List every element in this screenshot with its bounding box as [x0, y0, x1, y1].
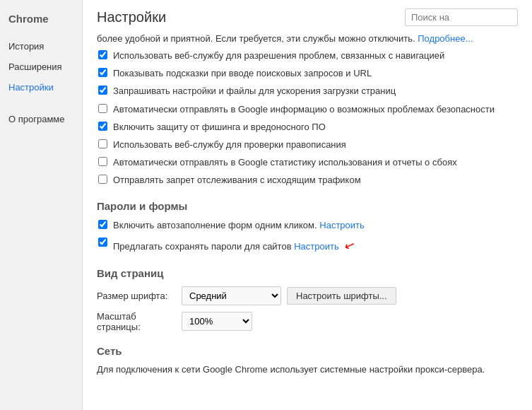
checkbox-search-hints-input[interactable] — [98, 68, 107, 77]
passwords-section: Пароли и формы Включить автозаполнение ф… — [97, 200, 518, 254]
checkbox-spellcheck-input[interactable] — [98, 139, 107, 148]
main-content: Настройки более удобной и приятной. Если… — [83, 0, 532, 410]
save-passwords-configure-link[interactable]: Настроить — [294, 241, 339, 252]
network-description: Для подключения к сети Google Chrome исп… — [97, 364, 518, 375]
checkbox-autofill-label: Включить автозаполнение форм одним клико… — [113, 219, 365, 232]
checkbox-spellcheck-label: Использовать веб-службу для проверки пра… — [113, 139, 346, 151]
checkbox-save-passwords-input[interactable] — [98, 238, 107, 247]
app-title: Chrome — [0, 7, 82, 36]
search-input[interactable] — [405, 8, 518, 26]
checkbox-autofill: Включить автозаполнение форм одним клико… — [97, 219, 518, 232]
font-size-row: Размер шрифта: Средний Очень маленький М… — [97, 286, 518, 305]
zoom-select[interactable]: 75% 90% 100% 110% 125% 150% 175% 200% — [182, 312, 252, 331]
checkbox-dnt: Отправлять запрет отслеживания с исходящ… — [97, 174, 518, 187]
checkbox-usage-stats-input[interactable] — [98, 157, 107, 166]
checkbox-usage-stats: Автоматически отправлять в Google статис… — [97, 156, 518, 169]
checkbox-security-report-label: Автоматически отправлять в Google информ… — [113, 103, 495, 116]
appearance-section: Вид страниц Размер шрифта: Средний Очень… — [97, 267, 518, 332]
checkbox-dnt-input[interactable] — [98, 175, 107, 184]
checkbox-preload-input[interactable] — [98, 86, 107, 95]
sidebar-item-history[interactable]: История — [0, 36, 82, 57]
sidebar-item-about[interactable]: О программе — [0, 109, 82, 129]
checkbox-nav-service-input[interactable] — [98, 50, 107, 59]
checkbox-search-hints-label: Показывать подсказки при вводе поисковых… — [113, 67, 372, 80]
zoom-row: Масштаб страницы: 75% 90% 100% 110% 125%… — [97, 311, 518, 332]
privacy-section: более удобной и приятной. Если требуется… — [97, 33, 518, 187]
configure-fonts-button[interactable]: Настроить шрифты... — [287, 287, 396, 305]
checkbox-nav-service-label: Использовать веб-службу для разрешения п… — [113, 49, 444, 62]
checkbox-security-report-input[interactable] — [98, 104, 107, 113]
checkbox-autofill-input[interactable] — [98, 220, 107, 229]
appearance-title: Вид страниц — [97, 267, 518, 279]
checkbox-usage-stats-label: Автоматически отправлять в Google статис… — [113, 156, 457, 169]
sidebar: Chrome История Расширения Настройки О пр… — [0, 0, 83, 410]
checkbox-security-report: Автоматически отправлять в Google информ… — [97, 103, 518, 116]
arrow-icon: ↙ — [342, 235, 358, 256]
passwords-title: Пароли и формы — [97, 200, 518, 212]
sidebar-item-settings[interactable]: Настройки — [0, 77, 82, 98]
checkbox-phishing-label: Включить защиту от фишинга и вредоносног… — [113, 121, 326, 134]
checkbox-preload: Запрашивать настройки и файлы для ускоре… — [97, 85, 518, 98]
checkbox-dnt-label: Отправлять запрет отслеживания с исходящ… — [113, 174, 361, 187]
header-row: Настройки — [97, 8, 518, 26]
page-title: Настройки — [97, 9, 166, 25]
privacy-intro: более удобной и приятной. Если требуется… — [97, 33, 518, 44]
checkbox-phishing-input[interactable] — [98, 122, 107, 131]
checkbox-preload-label: Запрашивать настройки и файлы для ускоре… — [113, 85, 396, 98]
checkbox-spellcheck: Использовать веб-службу для проверки пра… — [97, 139, 518, 151]
privacy-details-link[interactable]: Подробнее... — [418, 33, 473, 44]
sidebar-item-extensions[interactable]: Расширения — [0, 57, 82, 77]
checkbox-save-passwords: Предлагать сохранять пароли для сайтов Н… — [97, 237, 518, 254]
network-section: Сеть Для подключения к сети Google Chrom… — [97, 345, 518, 375]
checkbox-phishing: Включить защиту от фишинга и вредоносног… — [97, 121, 518, 134]
autofill-configure-link[interactable]: Настроить — [319, 220, 365, 230]
zoom-label: Масштаб страницы: — [97, 311, 182, 332]
network-title: Сеть — [97, 345, 518, 357]
checkbox-save-passwords-label: Предлагать сохранять пароли для сайтов Н… — [113, 237, 355, 254]
checkbox-search-hints: Показывать подсказки при вводе поисковых… — [97, 67, 518, 80]
font-size-select[interactable]: Средний Очень маленький Маленький Большо… — [182, 286, 281, 305]
checkbox-nav-service: Использовать веб-службу для разрешения п… — [97, 49, 518, 62]
font-size-label: Размер шрифта: — [97, 291, 182, 301]
